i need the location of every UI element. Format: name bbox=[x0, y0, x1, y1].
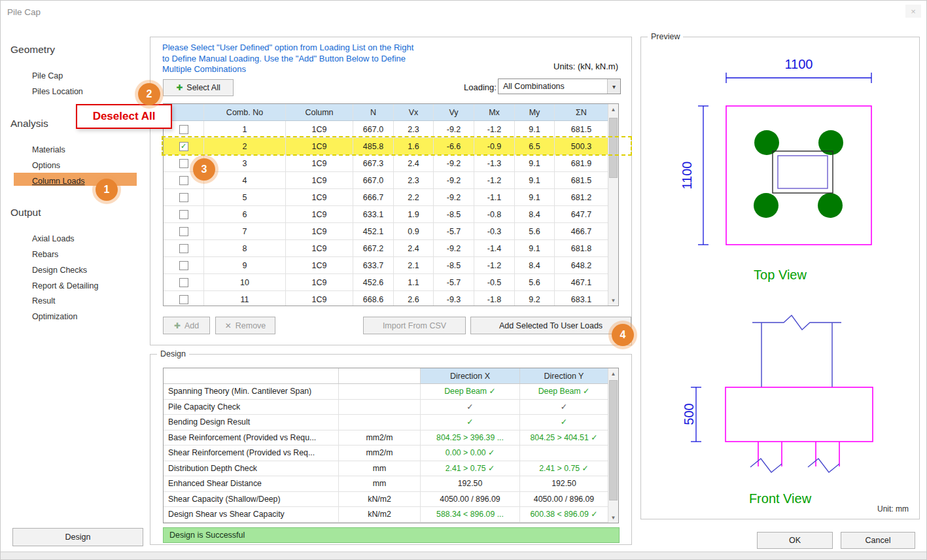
cell-n: 666.7 bbox=[353, 189, 394, 205]
add-selected-to-user-loads-button[interactable]: Add Selected To User Loads bbox=[470, 317, 631, 334]
design-row: Spanning Theory (Min. Cantilever Span) D… bbox=[164, 384, 618, 400]
cell-vy: -9.2 bbox=[434, 121, 474, 137]
row-checkbox[interactable] bbox=[179, 193, 188, 202]
cell-n: 452.1 bbox=[353, 223, 394, 239]
design-check-label: Pile Capacity Check bbox=[164, 400, 339, 415]
row-checkbox[interactable] bbox=[179, 176, 188, 185]
sidebar-item-optimization[interactable]: Optimization bbox=[32, 312, 77, 321]
cell-n: 667.0 bbox=[353, 121, 394, 137]
loading-selected-value: All Combinations bbox=[503, 82, 565, 91]
cell-vx: 2.3 bbox=[394, 172, 434, 188]
units-label: Units: (kN, kN.m) bbox=[553, 61, 618, 71]
remove-label: Remove bbox=[236, 321, 266, 330]
sidebar-item-column-loads[interactable]: Column Loads bbox=[32, 177, 85, 186]
load-row[interactable]: 1 1C9 667.0 2.3 -9.2 -1.2 9.1 681.5 bbox=[164, 121, 618, 138]
load-row[interactable]: 11 1C9 668.6 2.6 -9.3 -1.8 9.2 683.1 bbox=[164, 291, 618, 306]
load-row[interactable]: 4 1C9 667.0 2.3 -9.2 -1.2 9.1 681.5 bbox=[164, 172, 618, 189]
row-checkbox[interactable] bbox=[179, 210, 188, 219]
design-check-label: Base Reinforcement (Provided vs Requ... bbox=[164, 430, 339, 446]
unit-label: Unit: mm bbox=[877, 504, 909, 514]
import-from-csv-button[interactable]: Import From CSV bbox=[363, 317, 466, 334]
design-button[interactable]: Design bbox=[12, 528, 143, 546]
sidebar-item-rebars[interactable]: Rebars bbox=[32, 250, 58, 259]
scroll-down-icon[interactable]: ▼ bbox=[608, 295, 618, 306]
load-row[interactable]: 10 1C9 452.6 1.1 -5.7 -0.5 5.6 467.1 bbox=[164, 274, 618, 291]
cell-vy: -5.7 bbox=[434, 274, 474, 290]
sidebar-item-report-detailing[interactable]: Report & Detailing bbox=[32, 281, 98, 290]
row-checkbox[interactable] bbox=[179, 142, 188, 151]
cell-my: 5.6 bbox=[515, 274, 555, 290]
checkbox-cell bbox=[164, 274, 204, 290]
design-row: Pile Capacity Check ✓ ✓ bbox=[164, 400, 618, 415]
sidebar-item-pile-cap[interactable]: Pile Cap bbox=[32, 71, 63, 80]
cell-my: 5.6 bbox=[515, 223, 555, 239]
scroll-up-icon[interactable]: ▲ bbox=[608, 368, 618, 379]
design-check-label: Bending Design Result bbox=[164, 415, 339, 430]
cell-sum-n: 681.8 bbox=[555, 240, 608, 256]
loading-combobox[interactable]: All Combinations ▾ bbox=[498, 79, 621, 94]
row-checkbox[interactable] bbox=[179, 125, 188, 134]
scroll-down-icon[interactable]: ▼ bbox=[608, 512, 618, 523]
cell-vx: 0.9 bbox=[394, 223, 434, 239]
scroll-thumb[interactable] bbox=[609, 118, 618, 178]
ok-button[interactable]: OK bbox=[757, 532, 833, 549]
cell-vy: -6.6 bbox=[434, 138, 474, 154]
sidebar-item-axial-loads[interactable]: Axial Loads bbox=[32, 234, 75, 243]
row-checkbox[interactable] bbox=[179, 278, 188, 287]
load-row[interactable]: 7 1C9 452.1 0.9 -5.7 -0.3 5.6 466.7 bbox=[164, 223, 618, 240]
design-direction-x-value: ✓ bbox=[421, 415, 520, 430]
design-scrollbar[interactable]: ▲ ▼ bbox=[608, 368, 618, 523]
cell-sum-n: 648.2 bbox=[555, 257, 608, 273]
sidebar-item-piles-location[interactable]: Piles Location bbox=[32, 87, 83, 96]
cell-comb-no: 10 bbox=[204, 274, 286, 290]
header-my: My bbox=[515, 104, 555, 120]
header-empty bbox=[164, 368, 339, 383]
cell-my: 8.4 bbox=[515, 206, 555, 222]
window-bottom-edge bbox=[1, 551, 926, 559]
checkbox-cell bbox=[164, 206, 204, 222]
sidebar-item-options[interactable]: Options bbox=[32, 161, 60, 170]
header-unit-col bbox=[339, 368, 421, 383]
sidebar-item-materials[interactable]: Materials bbox=[32, 145, 65, 154]
add-button[interactable]: ✚ Add bbox=[163, 317, 210, 334]
load-row[interactable]: 8 1C9 667.2 2.4 -9.2 -1.4 9.1 681.8 bbox=[164, 240, 618, 257]
design-direction-y-value: 192.50 bbox=[520, 476, 608, 491]
cell-sum-n: 683.1 bbox=[555, 291, 608, 306]
design-direction-y-value: 600.38 < 896.09 ✓ bbox=[520, 507, 608, 522]
cell-mx: -1.2 bbox=[474, 121, 515, 137]
loads-scrollbar[interactable]: ▲ ▼ bbox=[608, 104, 618, 306]
load-row[interactable]: 3 1C9 667.3 2.4 -9.2 -1.3 9.1 681.9 bbox=[164, 155, 618, 172]
cell-vy: -9.2 bbox=[434, 189, 474, 205]
sidebar-item-design-checks[interactable]: Design Checks bbox=[32, 266, 87, 275]
design-direction-y-value: ✓ bbox=[520, 415, 608, 430]
row-checkbox[interactable] bbox=[179, 227, 188, 236]
cell-sum-n: 681.9 bbox=[555, 155, 608, 171]
cell-vx: 2.4 bbox=[394, 240, 434, 256]
sidebar-item-result[interactable]: Result bbox=[32, 296, 55, 306]
cell-vx: 1.1 bbox=[394, 274, 434, 290]
close-icon[interactable]: × bbox=[905, 5, 921, 18]
header-comb-no: Comb. No bbox=[204, 104, 286, 120]
row-checkbox[interactable] bbox=[179, 159, 188, 168]
row-checkbox[interactable] bbox=[179, 244, 188, 253]
cell-n: 633.1 bbox=[353, 206, 394, 222]
scroll-thumb[interactable] bbox=[609, 380, 618, 500]
select-all-button[interactable]: ✚ Select All bbox=[163, 79, 234, 96]
cell-sum-n: 466.7 bbox=[555, 223, 608, 239]
row-checkbox[interactable] bbox=[179, 295, 188, 304]
cancel-button[interactable]: Cancel bbox=[841, 532, 915, 549]
cell-sum-n: 681.5 bbox=[555, 172, 608, 188]
chevron-down-icon[interactable]: ▾ bbox=[607, 79, 620, 94]
header-direction-x: Direction X bbox=[421, 368, 520, 383]
cell-n: 485.8 bbox=[353, 138, 394, 154]
cell-mx: -0.5 bbox=[474, 274, 515, 290]
top-view-label: Top View bbox=[641, 268, 919, 283]
load-row[interactable]: 6 1C9 633.1 1.9 -8.5 -0.8 8.4 647.7 bbox=[164, 206, 618, 223]
row-checkbox[interactable] bbox=[179, 261, 188, 270]
remove-button[interactable]: ✕ Remove bbox=[215, 317, 275, 334]
load-row[interactable]: 5 1C9 666.7 2.2 -9.2 -1.1 9.1 681.2 bbox=[164, 189, 618, 206]
load-row[interactable]: 2 1C9 485.8 1.6 -6.6 -0.9 6.5 500.3 bbox=[164, 138, 618, 155]
cell-mx: -1.8 bbox=[474, 291, 515, 306]
scroll-up-icon[interactable]: ▲ bbox=[608, 104, 618, 114]
load-row[interactable]: 9 1C9 633.7 2.1 -8.5 -1.2 8.4 648.2 bbox=[164, 257, 618, 274]
